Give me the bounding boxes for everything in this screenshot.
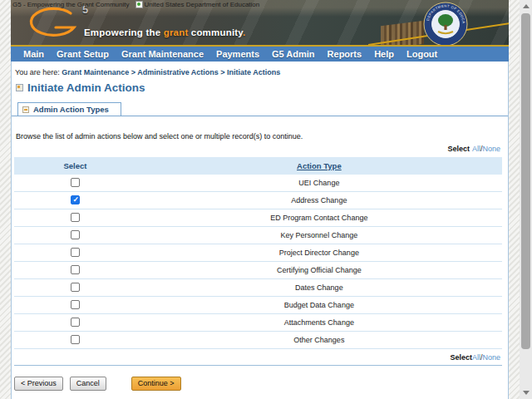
tagline-highlight: grant (164, 27, 189, 37)
action-type-cell: ED Program Contact Change (136, 214, 502, 222)
nav-item-main[interactable]: Main (23, 49, 44, 59)
row-checkbox[interactable] (71, 335, 80, 344)
table-row: Dates Change (14, 279, 502, 297)
table-row: Address Change (14, 192, 502, 209)
tab-admin-action-types[interactable]: Admin Action Types (17, 102, 121, 116)
window-title-g5: G5 - Empowering the Grant Community (11, 1, 130, 8)
nav-item-grant-maintenance[interactable]: Grant Maintenance (121, 49, 204, 59)
action-type-cell: Other Changes (136, 336, 502, 344)
nav-item-reports[interactable]: Reports (328, 49, 362, 59)
cancel-button[interactable]: Cancel (70, 377, 106, 391)
column-header-action-type: Action Type (136, 161, 502, 170)
tab-label: Admin Action Types (33, 105, 109, 114)
column-header-select: Select (14, 161, 136, 170)
select-all-none-top: SelectAll/None (12, 145, 500, 153)
table-row: UEI Change (14, 175, 502, 192)
nav-item-grant-setup[interactable]: Grant Setup (57, 49, 109, 59)
table-row: Other Changes (14, 332, 502, 349)
select-all-link-bottom[interactable]: All (472, 353, 480, 362)
table-row: Certifying Official Change (14, 262, 502, 279)
vertical-scrollbar[interactable] (520, 0, 532, 399)
select-none-link-bottom[interactable]: None (482, 353, 500, 362)
action-type-cell: Dates Change (136, 283, 502, 292)
breadcrumb: You are here: Grant Maintenance > Admini… (15, 68, 508, 76)
row-checkbox[interactable] (71, 178, 80, 187)
window-title-ed-label: United States Department of Education (145, 1, 260, 8)
content-area: You are here: Grant Maintenance > Admini… (11, 62, 509, 399)
window-title-strip: G5 - Empowering the Grant Community Unit… (11, 1, 259, 8)
scrollbar-thumb[interactable] (521, 13, 530, 349)
nav-item-help[interactable]: Help (374, 49, 394, 59)
tagline-pre: Empowering the (84, 27, 164, 37)
page-title-label: Initiate Admin Actions (27, 81, 145, 94)
tagline-period: . (243, 27, 245, 37)
row-checkbox[interactable] (71, 283, 80, 292)
select-none-link[interactable]: None (482, 145, 500, 153)
table-row: Budget Data Change (14, 297, 502, 314)
breadcrumb-path[interactable]: Grant Maintenance > Administrative Actio… (62, 68, 280, 76)
scrollbar-down-arrow-icon[interactable] (523, 391, 530, 395)
action-type-cell: Key Personnel Change (136, 231, 502, 239)
breadcrumb-prefix: You are here: (15, 68, 60, 76)
row-checkbox[interactable] (71, 195, 80, 204)
continue-button[interactable]: Continue > (131, 377, 181, 391)
action-type-cell: Address Change (136, 196, 502, 204)
footer-buttons: < Previous Cancel Continue > (14, 377, 508, 391)
action-type-cell: Budget Data Change (136, 301, 502, 309)
banner-tagline: Empowering the grant community. (84, 27, 246, 37)
table-header-row: Select Action Type (14, 157, 502, 175)
nav-item-payments[interactable]: Payments (216, 49, 259, 59)
row-checkbox[interactable] (71, 300, 80, 309)
select-all-link[interactable]: All (472, 145, 480, 153)
action-type-cell: UEI Change (136, 179, 502, 187)
page-frame: G5 - Empowering the Grant Community Unit… (11, 0, 509, 399)
instructions-text: Browse the list of admin actions below a… (16, 132, 508, 140)
admin-actions-table: Select Action Type UEI ChangeAddress Cha… (14, 157, 502, 366)
table-row: ED Program Contact Change (14, 209, 502, 227)
row-checkbox[interactable] (71, 265, 80, 274)
window-title-g5-label: G5 - Empowering the Grant Community (12, 1, 130, 8)
department-of-education-seal: DEPARTMENT OF EDUCATION (423, 2, 468, 47)
table-row: Attachments Change (14, 314, 502, 332)
tagline-post: community (188, 27, 243, 37)
select-label-bottom: Select (450, 353, 472, 362)
select-all-none-bottom: SelectAll/None (14, 349, 502, 366)
row-checkbox[interactable] (71, 248, 80, 257)
tab-bar: Admin Action Types (12, 102, 508, 116)
action-type-sort-link[interactable]: Action Type (297, 161, 342, 170)
page-title-bullet-icon (16, 84, 23, 91)
table-body: UEI ChangeAddress ChangeED Program Conta… (14, 175, 502, 349)
action-type-cell: Certifying Official Change (136, 266, 502, 274)
action-type-cell: Attachments Change (136, 318, 502, 327)
action-type-cell: Project Director Change (136, 249, 502, 257)
page-title: Initiate Admin Actions (16, 81, 508, 94)
favicon-ed-icon (135, 1, 143, 8)
banner: G5 - Empowering the Grant Community Unit… (11, 0, 509, 47)
main-nav: MainGrant SetupGrant MaintenancePayments… (11, 47, 509, 62)
select-label: Select (447, 145, 470, 153)
row-checkbox[interactable] (71, 213, 80, 222)
table-row: Key Personnel Change (14, 227, 502, 244)
row-checkbox[interactable] (71, 230, 80, 239)
g5-logo-icon (27, 6, 86, 42)
nav-item-logout[interactable]: Logout (406, 49, 437, 59)
row-checkbox[interactable] (71, 318, 80, 327)
tab-bullet-icon (22, 106, 29, 113)
nav-item-g5-admin[interactable]: G5 Admin (272, 49, 315, 59)
table-row: Project Director Change (14, 244, 502, 262)
scrollbar-up-arrow-icon[interactable] (523, 4, 530, 8)
window-title-ed: United States Department of Education (135, 1, 260, 8)
previous-button[interactable]: < Previous (14, 377, 63, 391)
